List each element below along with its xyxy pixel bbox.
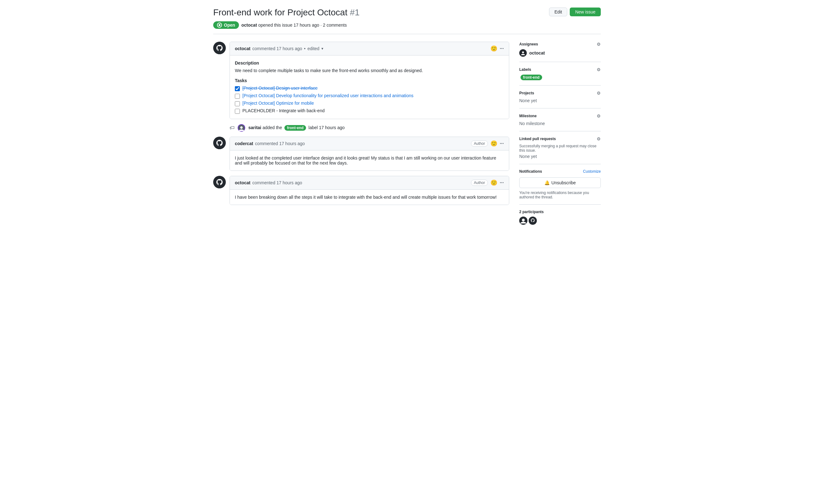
comment-header-1: octocat commented 17 hours ago • edited … [230, 42, 509, 55]
assignees-section: Assignees ⚙ octocat [519, 42, 601, 62]
task-checkbox-4[interactable] [235, 109, 240, 114]
avatar-codercat [213, 137, 226, 149]
author-badge-3: Author [471, 180, 488, 186]
labels-list: front-end [519, 75, 601, 80]
comments-count: 2 comments [323, 23, 347, 28]
labels-title: Labels [519, 67, 531, 72]
labels-gear[interactable]: ⚙ [597, 67, 601, 72]
emoji-button-1[interactable]: 🙂 [491, 45, 497, 52]
comment-dot-1: • [304, 46, 306, 51]
task-item-4: PLACEHOLDER - Integrate with back-end [235, 108, 504, 114]
activity-time: label 17 hours ago [308, 125, 344, 130]
activity-label: front-end [284, 125, 306, 131]
participants-title: 2 participants [519, 210, 601, 214]
comment-header-right-1: 🙂 ··· [491, 45, 504, 52]
meta-separator: · [320, 23, 323, 28]
comment-text-3: I have been breaking down all the steps … [235, 195, 504, 200]
comment-header-left-3: octocat commented 17 hours ago [235, 180, 302, 185]
assignees-title: Assignees [519, 42, 538, 46]
labels-header: Labels ⚙ [519, 67, 601, 72]
svg-point-0 [213, 42, 226, 54]
comment-header-3: octocat commented 17 hours ago Author 🙂 … [230, 176, 509, 190]
participants-list [519, 217, 601, 225]
task-label-1[interactable]: [Project Octocat] Design user interface [242, 86, 318, 91]
assignees-header: Assignees ⚙ [519, 42, 601, 47]
linked-pr-title: Linked pull requests [519, 137, 556, 141]
comment-username-3: octocat [235, 180, 250, 185]
more-button-2[interactable]: ··· [500, 141, 504, 146]
main-layout: octocat commented 17 hours ago • edited … [213, 42, 601, 230]
status-text: Open [224, 23, 235, 28]
comment-username-1: octocat [235, 46, 250, 51]
more-button-1[interactable]: ··· [500, 46, 504, 51]
svg-point-3 [213, 176, 226, 188]
issue-meta-text: octocat opened this issue 17 hours ago ·… [241, 23, 347, 28]
linked-pr-section: Linked pull requests ⚙ Successfully merg… [519, 131, 601, 164]
edited-badge-1: edited [307, 46, 319, 51]
task-item-1: [Project Octocat] Design user interface [235, 86, 504, 91]
comment-header-left-2: codercat commented 17 hours ago [235, 141, 305, 146]
projects-section: Projects ⚙ None yet [519, 86, 601, 108]
more-button-3[interactable]: ··· [500, 180, 504, 186]
linked-pr-description: Successfully merging a pull request may … [519, 144, 601, 153]
task-checkbox-3[interactable] [235, 101, 240, 106]
bell-icon: 🔔 [544, 180, 550, 185]
milestone-title: Milestone [519, 114, 537, 118]
notifications-header: Notifications Customize [519, 169, 601, 174]
author-badge-2: Author [471, 140, 488, 147]
comment-body-1: Description We need to complete multiple… [230, 55, 509, 119]
tasks-title: Tasks [235, 78, 504, 83]
issue-title: Front-end work for Project Octocat #1 [213, 8, 360, 18]
emoji-button-3[interactable]: 🙂 [491, 179, 497, 186]
description-title: Description [235, 60, 504, 66]
unsubscribe-button[interactable]: 🔔 Unsubscribe [519, 177, 601, 188]
task-checkbox-1[interactable] [235, 86, 240, 91]
assignee-name: octocat [529, 50, 545, 55]
comment-wrapper-2: codercat commented 17 hours ago Author 🙂… [213, 137, 509, 171]
comment-time-1: commented 17 hours ago [252, 46, 302, 51]
comment-time-3: commented 17 hours ago [252, 180, 302, 185]
comment-box-3: octocat commented 17 hours ago Author 🙂 … [229, 176, 509, 205]
content-area: octocat commented 17 hours ago • edited … [213, 42, 509, 230]
activity-action: added the [262, 125, 283, 130]
activity-text: saritai added the front-end label 17 hou… [248, 125, 344, 131]
task-label-3[interactable]: [Project Octocat] Optimize for mobile [242, 101, 314, 106]
comment-username-2: codercat [235, 141, 253, 146]
assignee-avatar [519, 49, 527, 57]
edited-dropdown-1[interactable]: ▾ [321, 46, 323, 51]
emoji-button-2[interactable]: 🙂 [491, 140, 497, 147]
comment-box-1: octocat commented 17 hours ago • edited … [229, 42, 509, 119]
projects-header: Projects ⚙ [519, 91, 601, 96]
new-issue-button[interactable]: New issue [570, 8, 601, 16]
comment-body-3: I have been breaking down all the steps … [230, 190, 509, 205]
milestone-gear[interactable]: ⚙ [597, 113, 601, 118]
participants-section: 2 participants [519, 205, 601, 230]
edit-button[interactable]: Edit [549, 8, 567, 16]
assignee-user: octocat [519, 49, 601, 57]
issue-header: Front-end work for Project Octocat #1 Ed… [213, 8, 601, 18]
task-item-2: [Project Octocat] Develop functionality … [235, 93, 504, 99]
task-label-2[interactable]: [Project Octocat] Develop functionality … [242, 93, 414, 98]
task-checkbox-2[interactable] [235, 94, 240, 99]
svg-point-2 [213, 137, 226, 149]
open-time: 17 hours ago [293, 23, 319, 28]
projects-gear[interactable]: ⚙ [597, 91, 601, 96]
header-buttons: Edit New issue [549, 8, 601, 16]
milestone-header: Milestone ⚙ [519, 113, 601, 118]
projects-title: Projects [519, 91, 534, 95]
milestone-section: Milestone ⚙ No milestone [519, 108, 601, 131]
activity-avatar-saritai [238, 124, 245, 132]
avatar-octocat-3 [213, 176, 226, 188]
notification-info: You're receiving notifications because y… [519, 191, 601, 199]
linked-pr-header: Linked pull requests ⚙ [519, 136, 601, 141]
linked-pr-gear[interactable]: ⚙ [597, 136, 601, 141]
assignees-gear[interactable]: ⚙ [597, 42, 601, 47]
comment-body-2: I just looked at the completed user inte… [230, 150, 509, 171]
customize-link[interactable]: Customize [583, 169, 601, 174]
labels-section: Labels ⚙ front-end [519, 62, 601, 86]
description-text: We need to complete multiple tasks to ma… [235, 68, 504, 73]
open-icon [217, 23, 222, 28]
comment-wrapper-3: octocat commented 17 hours ago Author 🙂 … [213, 176, 509, 205]
unsubscribe-label: Unsubscribe [552, 180, 576, 185]
comment-text-2: I just looked at the completed user inte… [235, 155, 504, 165]
